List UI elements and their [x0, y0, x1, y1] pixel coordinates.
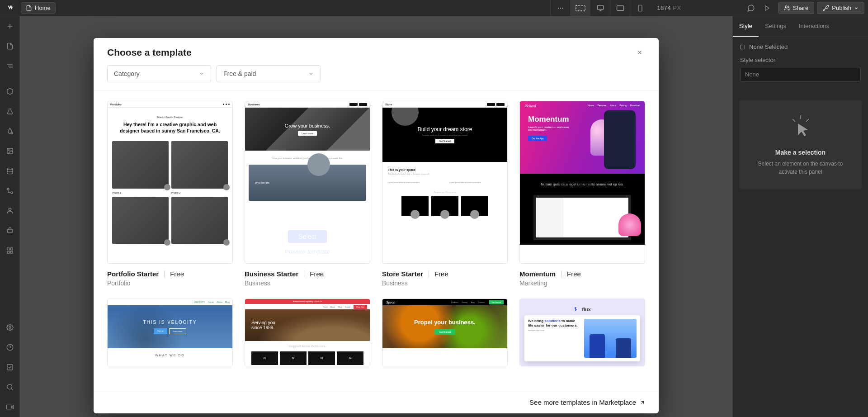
- svg-rect-23: [7, 248, 9, 250]
- device-desktop[interactable]: [590, 0, 610, 16]
- svg-rect-4: [597, 5, 603, 9]
- svg-line-40: [793, 119, 795, 122]
- help-button[interactable]: [0, 337, 20, 357]
- components-button[interactable]: [0, 81, 20, 101]
- webflow-logo[interactable]: [4, 2, 16, 14]
- assets-button[interactable]: [0, 141, 20, 161]
- svg-point-22: [9, 208, 11, 210]
- svg-line-39: [806, 119, 809, 122]
- share-button[interactable]: Share: [778, 2, 815, 14]
- database-icon: [6, 167, 14, 175]
- price-dropdown[interactable]: Free & paid: [217, 65, 321, 82]
- cms-button[interactable]: [0, 161, 20, 181]
- svg-point-10: [785, 5, 788, 8]
- svg-point-16: [11, 132, 13, 134]
- marketplace-link[interactable]: See more templates in Marketplace: [529, 398, 645, 406]
- home-button[interactable]: Home: [21, 2, 56, 14]
- search-icon: [6, 384, 14, 391]
- settings-button[interactable]: [0, 317, 20, 337]
- category-dropdown[interactable]: Category: [107, 65, 211, 82]
- plus-icon: [6, 22, 14, 30]
- svg-point-1: [560, 7, 561, 9]
- selector-input[interactable]: None: [740, 67, 861, 82]
- modal-close-button[interactable]: [634, 47, 645, 58]
- canvas-width: 1874PX: [650, 5, 688, 11]
- device-desktop-large[interactable]: [570, 0, 590, 16]
- image-icon: [6, 147, 14, 155]
- check-square-icon: [6, 364, 14, 371]
- template-card[interactable]: Business Grow your business.Learn more G…: [245, 101, 370, 287]
- cursor-click-icon: [787, 114, 814, 141]
- svg-point-19: [7, 168, 13, 170]
- users-icon: [784, 5, 790, 11]
- svg-rect-34: [7, 405, 11, 409]
- template-card[interactable]: Store Build your dream storeA simple sto…: [382, 101, 508, 287]
- navigator-button[interactable]: [0, 56, 20, 76]
- ecommerce-button[interactable]: [0, 221, 20, 241]
- template-name: Business Starter: [245, 270, 298, 278]
- device-tablet[interactable]: [610, 0, 630, 16]
- publish-button[interactable]: Publish: [817, 2, 864, 14]
- svg-line-32: [11, 389, 13, 390]
- preview-button[interactable]: [759, 0, 775, 16]
- svg-rect-26: [7, 251, 9, 253]
- apps-button[interactable]: [0, 241, 20, 261]
- svg-point-2: [562, 7, 563, 9]
- template-card[interactable]: Announcement regarding COVID-19 HomeAbou…: [245, 299, 370, 366]
- svg-rect-25: [10, 251, 13, 253]
- template-card[interactable]: VELOCITYHomeAboutBlog THIS IS VELOCITYSi…: [107, 299, 233, 366]
- svg-point-31: [7, 384, 12, 389]
- template-thumbnail: Store Build your dream storeA simple sto…: [382, 101, 508, 264]
- template-card[interactable]: Richard HomeFeaturesAboutPricingDownload…: [519, 101, 645, 287]
- logic-button[interactable]: [0, 181, 20, 201]
- audit-button[interactable]: [0, 357, 20, 377]
- grid-icon: [6, 247, 14, 254]
- modal-title: Choose a template: [107, 47, 192, 58]
- template-card[interactable]: SpoonProductsPricingBlogContactGet Start…: [382, 299, 508, 366]
- chevron-down-icon: [854, 6, 859, 10]
- template-card[interactable]: flux We bring solutions to make life eas…: [519, 299, 645, 366]
- svg-point-21: [11, 192, 13, 194]
- svg-point-27: [9, 327, 11, 328]
- page-icon: [26, 5, 32, 11]
- search-button[interactable]: [0, 377, 20, 397]
- svg-rect-3: [576, 5, 585, 11]
- device-mobile[interactable]: [630, 0, 650, 16]
- variables-button[interactable]: [0, 101, 20, 121]
- user-icon: [6, 207, 14, 214]
- template-name: Portfolio Starter: [107, 270, 159, 278]
- select-template-button[interactable]: Select: [288, 230, 327, 243]
- box-icon: [6, 88, 14, 95]
- droplet-icon: [6, 128, 14, 135]
- desktop-icon: [597, 5, 604, 12]
- template-price: Free: [434, 270, 448, 278]
- styles-button[interactable]: [0, 121, 20, 141]
- template-card[interactable]: Portfolio Jane Lu Graphic Designer Hey t…: [107, 101, 233, 287]
- video-icon: [6, 403, 14, 411]
- tab-settings[interactable]: Settings: [759, 16, 793, 37]
- empty-title: Make a selection: [748, 149, 853, 156]
- pages-button[interactable]: [0, 36, 20, 56]
- preview-template-link[interactable]: Preview template: [285, 248, 330, 255]
- template-price: Free: [170, 270, 184, 278]
- users-button[interactable]: [0, 201, 20, 221]
- none-selected-row: None Selected: [733, 37, 868, 57]
- add-element-button[interactable]: [0, 16, 20, 36]
- video-button[interactable]: [0, 397, 20, 417]
- template-category: Business: [245, 280, 370, 287]
- file-icon: [6, 43, 14, 50]
- tab-style[interactable]: Style: [733, 16, 759, 37]
- svg-rect-37: [741, 45, 745, 49]
- left-toolbar: [0, 16, 20, 417]
- flux-logo-icon: [574, 306, 580, 313]
- more-menu[interactable]: [550, 0, 570, 16]
- template-thumbnail: flux We bring solutions to make life eas…: [519, 299, 645, 366]
- basket-icon: [6, 227, 14, 234]
- template-thumbnail: Richard HomeFeaturesAboutPricingDownload…: [519, 101, 645, 264]
- template-thumbnail: SpoonProductsPricingBlogContactGet Start…: [382, 299, 508, 366]
- svg-point-18: [9, 150, 9, 151]
- comments-button[interactable]: [743, 0, 759, 16]
- template-category: Business: [382, 280, 508, 287]
- tab-interactions[interactable]: Interactions: [793, 16, 835, 37]
- template-category: Marketing: [519, 280, 645, 287]
